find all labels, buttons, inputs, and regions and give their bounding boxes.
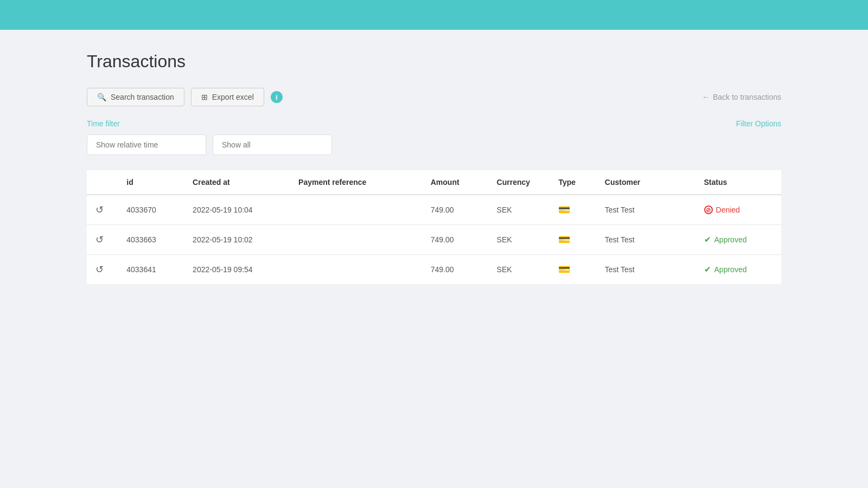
table-row[interactable]: ↺40336632022-05-19 10:02749.00SEK💳Test T… bbox=[87, 225, 781, 255]
excel-icon: ⊞ bbox=[201, 93, 208, 101]
cell-amount: 749.00 bbox=[422, 225, 488, 255]
cell-type: 💳 bbox=[550, 225, 596, 255]
table-row[interactable]: ↺40336702022-05-19 10:04749.00SEK💳Test T… bbox=[87, 195, 781, 225]
back-arrow-icon: ← bbox=[702, 93, 710, 101]
table-body: ↺40336702022-05-19 10:04749.00SEK💳Test T… bbox=[87, 195, 781, 284]
search-button-label: Search transaction bbox=[111, 93, 174, 101]
cell-status: ⊘Denied bbox=[695, 195, 781, 225]
card-type-icon: 💳 bbox=[558, 234, 570, 245]
col-header-customer: Customer bbox=[596, 170, 695, 195]
cell-created-at: 2022-05-19 09:54 bbox=[184, 255, 290, 285]
cell-payment-reference bbox=[290, 255, 422, 285]
row-undo-icon[interactable]: ↺ bbox=[95, 204, 104, 215]
approved-icon: ✔ bbox=[704, 265, 711, 274]
cell-payment-reference bbox=[290, 195, 422, 225]
col-header-status: Status bbox=[695, 170, 781, 195]
denied-icon: ⊘ bbox=[704, 206, 713, 214]
export-button-label: Export excel bbox=[212, 93, 254, 101]
cell-amount: 749.00 bbox=[422, 255, 488, 285]
back-link-label: Back to transactions bbox=[713, 93, 781, 101]
row-undo-icon[interactable]: ↺ bbox=[95, 234, 104, 245]
status-denied: ⊘Denied bbox=[704, 206, 773, 214]
cell-currency: SEK bbox=[488, 225, 550, 255]
cell-type: 💳 bbox=[550, 195, 596, 225]
cell-id: 4033641 bbox=[118, 255, 184, 285]
filter-header: Time filter Filter Options bbox=[87, 119, 781, 128]
cell-id: 4033663 bbox=[118, 225, 184, 255]
transactions-table: id Created at Payment reference Amount C… bbox=[87, 170, 781, 284]
approved-icon: ✔ bbox=[704, 235, 711, 245]
cell-status: ✔Approved bbox=[695, 225, 781, 255]
col-header-id: id bbox=[118, 170, 184, 195]
col-header-created-at: Created at bbox=[184, 170, 290, 195]
search-icon: 🔍 bbox=[97, 93, 106, 101]
info-icon[interactable]: i bbox=[271, 91, 283, 103]
col-header-icon bbox=[87, 170, 118, 195]
cell-payment-reference bbox=[290, 225, 422, 255]
time-filter-label: Time filter bbox=[87, 119, 120, 128]
cell-created-at: 2022-05-19 10:02 bbox=[184, 225, 290, 255]
card-type-icon: 💳 bbox=[558, 204, 570, 215]
cell-customer: Test Test bbox=[596, 225, 695, 255]
time-filter-input[interactable] bbox=[87, 134, 206, 155]
cell-customer: Test Test bbox=[596, 195, 695, 225]
toolbar: 🔍 Search transaction ⊞ Export excel i ← … bbox=[87, 88, 781, 106]
search-transaction-button[interactable]: 🔍 Search transaction bbox=[87, 88, 184, 106]
row-undo-icon[interactable]: ↺ bbox=[95, 264, 104, 275]
filter-inputs bbox=[87, 134, 781, 155]
col-header-amount: Amount bbox=[422, 170, 488, 195]
cell-customer: Test Test bbox=[596, 255, 695, 285]
table-row[interactable]: ↺40336412022-05-19 09:54749.00SEK💳Test T… bbox=[87, 255, 781, 285]
cell-status: ✔Approved bbox=[695, 255, 781, 285]
status-approved: ✔Approved bbox=[704, 235, 773, 245]
top-navigation-bar bbox=[0, 0, 868, 30]
col-header-type: Type bbox=[550, 170, 596, 195]
card-type-icon: 💳 bbox=[558, 264, 570, 275]
cell-amount: 749.00 bbox=[422, 195, 488, 225]
col-header-payment-reference: Payment reference bbox=[290, 170, 422, 195]
status-approved: ✔Approved bbox=[704, 265, 773, 274]
col-header-currency: Currency bbox=[488, 170, 550, 195]
show-all-filter-input[interactable] bbox=[213, 134, 332, 155]
cell-currency: SEK bbox=[488, 255, 550, 285]
table-header: id Created at Payment reference Amount C… bbox=[87, 170, 781, 195]
cell-created-at: 2022-05-19 10:04 bbox=[184, 195, 290, 225]
cell-id: 4033670 bbox=[118, 195, 184, 225]
filter-section: Time filter Filter Options bbox=[87, 119, 781, 155]
cell-type: 💳 bbox=[550, 255, 596, 285]
cell-currency: SEK bbox=[488, 195, 550, 225]
export-excel-button[interactable]: ⊞ Export excel bbox=[191, 88, 264, 106]
page-title: Transactions bbox=[87, 52, 781, 72]
filter-options-link[interactable]: Filter Options bbox=[736, 119, 781, 128]
back-to-transactions-link[interactable]: ← Back to transactions bbox=[702, 93, 781, 101]
